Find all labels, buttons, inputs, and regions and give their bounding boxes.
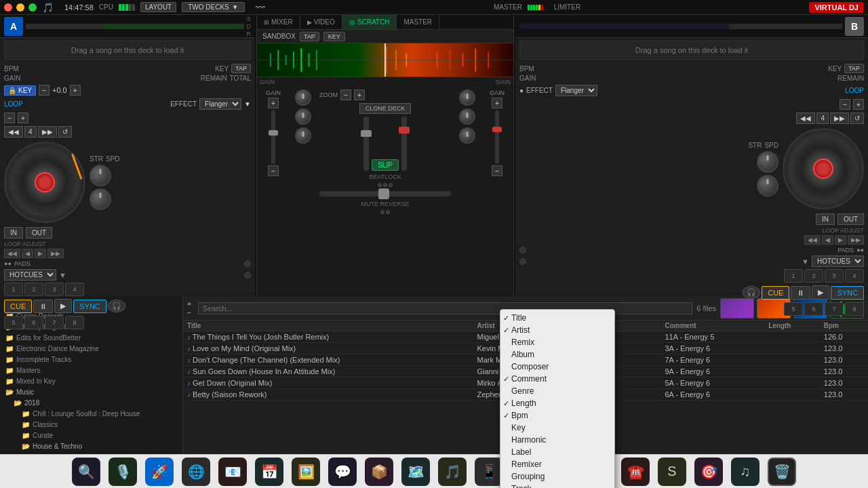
sidebar-item-edits[interactable]: 📁 Edits for SoundBetter [3,333,180,343]
eq-hi-right[interactable] [459,89,475,106]
column-dropdown-menu[interactable]: TitleArtistRemixAlbumComposerCommentGenr… [500,309,615,488]
eq-lo-right[interactable] [459,127,475,144]
deck-a-pad-8[interactable]: 8 [65,316,84,329]
dropdown-item-length[interactable]: Length [500,397,614,409]
dock-finder[interactable]: 🔍 [72,458,100,486]
deck-b-sync-button[interactable]: SYNC [831,286,864,300]
deck-b-str-knob[interactable] [757,151,778,173]
mixer-tap-button[interactable]: TAP [300,32,319,41]
deck-b-loop-toggle[interactable]: ↺ [850,113,864,124]
dropdown-item-remixer[interactable]: Remixer [500,458,614,470]
dot-4[interactable] [380,210,384,214]
dot-5[interactable] [386,210,390,214]
deck-b-cue-button[interactable]: CUE [762,286,789,300]
dropdown-item-title[interactable]: Title [500,312,614,324]
mixer-tab-scratch[interactable]: ◎ SCRATCH [342,15,397,29]
deck-a-spd-knob[interactable] [90,188,111,210]
deck-a-cue-button[interactable]: CUE [4,300,32,313]
mixer-tab-video[interactable]: ▶ VIDEO [300,15,342,29]
deck-a-loop-adj-4[interactable]: ▶▶ [47,249,64,258]
left-gain-minus[interactable]: − [268,165,279,176]
eq-hi-left[interactable] [295,89,311,106]
dot-3[interactable] [389,183,393,187]
dropdown-item-composer[interactable]: Composer [500,361,614,373]
deck-a-pad-6[interactable]: 6 [24,316,43,329]
deck-b-pad-5[interactable]: 5 [784,302,803,316]
deck-b-effect-select[interactable]: Flanger [555,85,597,96]
dropdown-item-key[interactable]: Key [500,422,614,434]
deck-a-pad-1[interactable]: 1 [4,283,23,296]
sidebar-item-mixed-in-key[interactable]: 📁 Mixed In Key [3,376,180,386]
deck-b-hotcues-select[interactable]: HOTCUES [812,256,864,267]
deck-a-pause-button[interactable]: ⏸ [33,300,53,313]
dock-apps[interactable]: 📦 [365,458,393,486]
deck-b-pad-2[interactable]: 2 [804,269,823,283]
deck-a-gain-minus[interactable]: − [4,113,15,123]
deck-a-pad-7[interactable]: 7 [45,316,64,329]
dock-siri[interactable]: 🎙️ [108,458,137,486]
left-fader-thumb[interactable] [361,130,372,137]
deck-a-play-button[interactable]: ▶ [54,299,72,313]
deck-b-in-button[interactable]: IN [816,214,835,225]
deck-a-pad-5[interactable]: 5 [4,316,23,329]
dropdown-item-label[interactable]: Label [500,446,614,458]
deck-a-loop-adj-1[interactable]: ◀◀ [4,249,20,258]
sidebar-item-chill[interactable]: 📁 Chill : Lounge Soulful : Deep House [3,409,180,419]
deck-a-sync-button[interactable]: SYNC [73,300,106,313]
deck-b-pads-circle[interactable] [519,247,526,253]
dropdown-item-bpm[interactable]: Bpm [500,409,614,422]
deck-b-pause-button[interactable]: ⏸ [791,286,810,300]
deck-b-hotcues-circle[interactable] [519,258,526,265]
zoom-plus[interactable]: + [354,89,365,100]
deck-b-loop-adj-3[interactable]: ▶ [835,235,846,245]
clone-deck-button[interactable]: CLONE DECK [359,103,412,114]
dock-whatsapp[interactable]: 📱 [475,458,503,486]
sidebar-item-edm[interactable]: 📁 Electronic Dance Magazine [3,344,180,354]
deck-a-headphone-button[interactable]: 🎧 [108,300,125,312]
sidebar-item-curate[interactable]: 📁 Curate [3,430,180,441]
deck-a-gain-plus[interactable]: + [18,113,28,123]
deck-a-tap-button[interactable]: TAP [231,64,251,73]
sidebar-item-music[interactable]: 📂 Music [3,387,180,397]
eq-mid-left[interactable] [295,108,311,125]
col-comment[interactable]: Comment [660,321,764,331]
two-decks-button[interactable]: TWO DECKS ▼ [182,2,244,12]
deck-a-pad-2[interactable]: 2 [24,283,43,296]
dropdown-item-track[interactable]: Track [500,483,614,488]
dock-mail[interactable]: 📧 [218,458,247,486]
dock-phone[interactable]: ☎️ [621,458,650,486]
dock-launchpad[interactable]: 🚀 [145,458,174,486]
deck-b-loop-adj-4[interactable]: ▶▶ [848,235,864,245]
deck-a-key-minus[interactable]: − [39,85,50,96]
deck-a-hotcues-select[interactable]: HOTCUES [4,269,56,281]
slip-button[interactable]: SLIP [372,159,399,171]
sidebar-item-incomplete[interactable]: 📁 Incomplete Tracks [3,354,180,365]
dock-music[interactable]: 🎵 [438,458,467,486]
close-button[interactable] [4,3,12,12]
deck-b-pad-7[interactable]: 7 [825,302,844,316]
deck-a-out-button[interactable]: OUT [26,227,52,239]
dropdown-item-comment[interactable]: Comment [500,373,614,385]
deck-b-loop-adj-2[interactable]: ◀ [822,235,833,245]
mixer-tab-master[interactable]: MASTER [397,15,439,29]
layout-button[interactable]: LAYOUT [140,2,176,12]
deck-b-pad-1[interactable]: 1 [784,269,803,283]
mixer-tab-mixer[interactable]: ⊞ MIXER [257,15,300,29]
maximize-button[interactable] [28,3,37,12]
dropdown-item-album[interactable]: Album [500,348,614,361]
deck-b-prev-beat[interactable]: ◀◀ [796,113,815,124]
col-length[interactable]: Length [764,321,820,331]
deck-a-in-button[interactable]: IN [4,227,23,239]
deck-a-pad-4[interactable]: 4 [65,283,84,296]
col-title[interactable]: Title [183,321,473,331]
dropdown-item-harmonic[interactable]: Harmonic [500,434,614,446]
left-gain-plus[interactable]: + [268,98,279,108]
dock-trash[interactable]: 🗑️ [768,458,796,486]
deck-a-loop-adj-2[interactable]: ◀ [22,249,33,258]
right-gain-minus[interactable]: − [492,165,502,176]
dock-maps[interactable]: 🗺️ [401,458,430,486]
dot-1[interactable] [378,183,382,187]
deck-a-next-beat[interactable]: ▶▶ [38,126,57,138]
dock-messages[interactable]: 💬 [328,458,357,486]
deck-a-pads-circle[interactable] [244,260,251,267]
